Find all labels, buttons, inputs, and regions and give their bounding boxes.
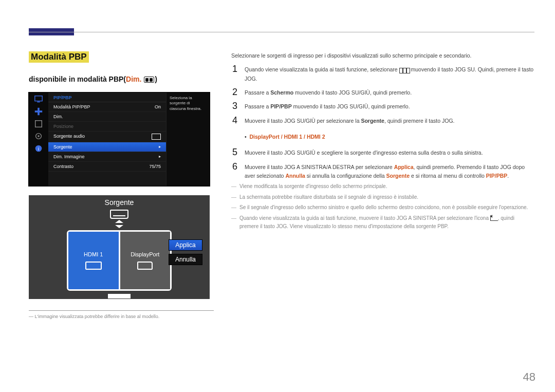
text: , quindi premere il tasto JOG. [384,118,455,124]
left-source-label: HDMI 1 [84,251,103,257]
text: Passare a [245,89,270,96]
monitor-left-half: HDMI 1 [68,232,119,289]
accent-text: Applica [394,164,414,170]
monitor-outline-icon: HDMI 1 DisplayPort [67,230,172,291]
pbp-size-icon [144,77,154,83]
ports-line: • DisplayPort / HDMI 1 / HDMI 2 [245,133,534,141]
osd-label: Dim. Immagine [53,154,85,159]
svg-marker-10 [115,225,123,228]
step-number: 2 [231,87,238,97]
text: muovendo il tasto JOG SU/GIÙ, quindi pre… [293,89,412,96]
step-6: 6 Muovere il tasto JOG A SINISTRA/A DEST… [231,162,534,181]
step-number: 3 [231,101,238,110]
dialog-buttons: Applica Annulla [169,239,202,265]
step-body: Passare a Schermo muovendo il tasto JOG … [245,87,534,97]
svg-marker-9 [115,220,123,223]
svg-point-6 [38,135,40,137]
osd-menu-screenshot: i PIP/PBP Modalità PIP/PBPOn Dim. Posizi… [29,92,210,186]
square-icon [33,119,44,128]
accent-text: Annulla [285,173,305,179]
bold-text: Sorgente [361,118,384,124]
bold-text: Schermo [270,89,293,96]
note-text: Viene modificata la sorgente d'ingresso … [239,182,387,191]
note-1: ―Viene modificata la sorgente d'ingresso… [231,182,534,191]
cancel-button: Annulla [169,254,202,265]
text: si annulla la configurazione della [305,173,386,179]
hdmi-port-icon [110,210,128,219]
footnote-rule [29,310,214,311]
note-text: La schermata potrebbe risultare disturba… [239,193,418,202]
monitor-icon [33,95,44,104]
osd-nav: i [29,92,48,186]
intro-text: Selezionare le sorgenti di ingresso per … [231,51,534,60]
step-number: 1 [231,64,238,73]
step-4: 4 Muovere il tasto JOG SU/GIÙ per selezi… [231,116,534,125]
subtitle-dim: Dim. [126,75,141,83]
image-disclaimer-footnote: ― L'immagine visualizzata potrebbe diffe… [29,314,214,319]
right-source-label: DisplayPort [131,251,159,257]
hdmi-connector-icon [85,262,102,270]
accent-text: Sorgente [386,173,410,179]
step-body: Muovere il tasto JOG SU/GIÙ e scegliere … [245,147,534,157]
svg-rect-3 [35,110,42,113]
note-text: Se il segnale d'ingresso dello schermo s… [239,203,528,212]
header-rule [29,32,534,32]
step-body: Quando viene visualizzata la guida ai ta… [245,64,534,83]
info-icon: i [33,144,44,153]
osd-header: PIP/PBP [48,92,166,102]
osd-row-dimimg: Dim. Immagine▸ [48,152,166,162]
osd-row-dim: Dim. [48,112,166,122]
note-4: ―Quando viene visualizzata la guida ai t… [231,214,534,231]
text: Passare a [245,103,270,109]
text: Muovere il tasto JOG A SINISTRA/A DESTRA… [245,164,394,170]
osd-value: 75/75 [149,164,161,169]
apply-button: Applica [169,239,202,251]
displayport-connector-icon [137,262,153,270]
subtitle-suffix: ) [155,75,157,83]
step-list: 1 Quando viene visualizzata la guida ai … [231,64,534,180]
accent-text: PIP/PBP [486,173,507,179]
osd-label: Dim. [53,114,63,119]
osd-label: Contrasto [53,164,73,169]
text: muovendo il tasto JOG SU/GIÙ, quindi pre… [292,103,410,109]
step-body: Muovere il tasto JOG A SINISTRA/A DESTRA… [245,162,534,181]
svg-rect-1 [37,102,40,103]
gear-icon [33,132,44,141]
chevron-right-icon: ▸ [159,144,161,150]
step-number: 5 [231,147,238,157]
osd-label: Posizione [53,124,73,129]
chevron-right-icon: ▸ [159,154,161,159]
step-5: 5 Muovere il tasto JOG SU/GIÙ e sceglier… [231,147,534,157]
mini-screen-icon [152,134,161,140]
bold-text: PIP/PBP [270,103,291,109]
svg-rect-4 [35,121,42,127]
step-2: 2 Passare a Schermo muovendo il tasto JO… [231,87,534,97]
osd-label: Modalità PIP/PBP [53,104,90,109]
subtitle: disponibile in modalità PBP(Dim. ) [29,75,214,83]
dpad-icon [33,107,44,116]
osd-row-sorgente: Sorgente▸ [48,142,166,152]
source-dialog-screenshot: Sorgente HDMI 1 DisplayPort Applica Annu… [29,195,210,299]
step-body: Muovere il tasto JOG SU/GIÙ per selezion… [245,116,534,125]
dialog-title: Sorgente [105,198,134,207]
text: Muovere il tasto JOG SU/GIÙ per selezion… [245,118,361,124]
osd-row-mode: Modalità PIP/PBPOn [48,102,166,112]
monitor-right-half: DisplayPort [119,232,171,289]
step-body: Passare a PIP/PBP muovendo il tasto JOG … [245,101,534,111]
text: Quando viene visualizzata la guida ai ta… [245,66,399,72]
osd-label: Sorgente audio [53,134,85,140]
step-1: 1 Quando viene visualizzata la guida ai … [231,64,534,83]
section-title: Modalità PBP [29,51,89,63]
text: e si ritorna al menu di controllo [410,173,486,179]
page-number: 48 [523,370,535,384]
ports-list-text: DisplayPort / HDMI 1 / HDMI 2 [250,134,325,140]
subtitle-prefix: disponibile in modalità PBP( [29,75,126,83]
osd-row-audio: Sorgente audio [48,132,166,142]
up-down-arrows-icon [112,220,126,228]
note-text: Quando viene visualizzata la guida ai ta… [239,214,534,231]
right-column: Selezionare le sorgenti di ingresso per … [231,51,534,231]
footnote-text: L'immagine visualizzata potrebbe differi… [35,314,160,319]
osd-main: PIP/PBP Modalità PIP/PBPOn Dim. Posizion… [48,92,166,186]
svg-text:i: i [38,146,39,152]
left-column: Modalità PBP disponibile in modalità PBP… [29,51,214,319]
